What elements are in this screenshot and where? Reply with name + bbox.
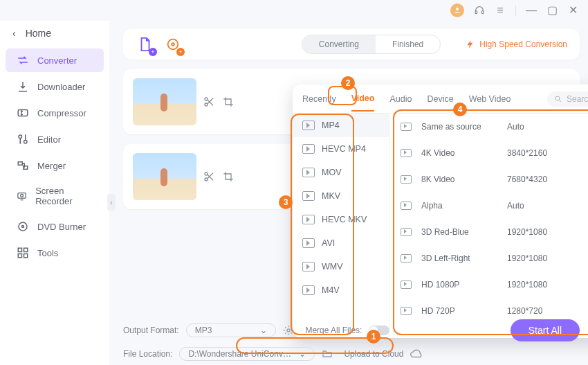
profile-name: Alpha — [421, 201, 497, 211]
format-item-hevc-mkv[interactable]: HEVC MKV — [293, 208, 389, 231]
folder-icon[interactable] — [322, 348, 333, 359]
format-item-wmv[interactable]: WMV — [293, 255, 389, 278]
support-icon[interactable] — [474, 5, 485, 16]
svg-rect-6 — [18, 162, 22, 166]
format-item-hevc-mp4[interactable]: HEVC MP4 — [293, 137, 389, 161]
panel-tab-audio[interactable]: Audio — [389, 94, 412, 104]
gear-icon[interactable] — [283, 325, 294, 336]
thumbnail[interactable] — [133, 78, 196, 125]
svg-rect-2 — [481, 11, 484, 14]
profile-resolution: 3840*2160 — [507, 148, 576, 158]
search-icon — [554, 95, 562, 103]
panel-search[interactable]: Search — [547, 91, 588, 107]
profile-resolution: 1920*1080 — [507, 280, 576, 290]
collapse-sidebar-handle[interactable]: ‹ — [107, 194, 116, 211]
thumbnail[interactable] — [133, 153, 196, 200]
crop-icon[interactable] — [223, 171, 234, 182]
close-icon[interactable]: ✕ — [567, 5, 578, 16]
sidebar-item-label: Converter — [37, 55, 77, 66]
video-format-icon — [302, 191, 315, 201]
profile-resolution: 7680*4320 — [507, 175, 576, 184]
minimize-icon[interactable]: — — [526, 5, 537, 16]
chevron-down-icon: ⌄ — [260, 326, 267, 335]
plus-icon: + — [149, 48, 157, 56]
profile-row[interactable]: Same as sourceAuto — [389, 114, 588, 140]
format-label: HEVC MKV — [322, 215, 367, 224]
profile-name: 3D Left-Right — [421, 253, 497, 263]
svg-point-10 — [19, 222, 27, 231]
cloud-icon[interactable] — [410, 348, 423, 360]
tab-converting[interactable]: Converting — [302, 35, 376, 53]
video-format-icon — [302, 168, 315, 177]
add-file-button[interactable]: + — [136, 35, 155, 54]
video-profile-icon — [401, 175, 412, 184]
maximize-icon[interactable]: ▢ — [546, 5, 558, 16]
sidebar-item-converter[interactable]: Converter — [6, 48, 104, 72]
svg-point-22 — [555, 96, 560, 100]
profile-row[interactable]: 8K Video7680*4320 — [389, 166, 588, 193]
home-nav[interactable]: ‹ Home — [0, 24, 109, 47]
profile-name: HD 1080P — [421, 280, 497, 290]
merge-label: Merge All Files: — [305, 326, 362, 335]
add-dvd-button[interactable]: + — [163, 35, 183, 54]
profile-row[interactable]: HD 1080P1920*1080 — [389, 271, 588, 298]
tab-finished[interactable]: Finished — [376, 35, 440, 53]
panel-tab-video[interactable]: Video — [351, 94, 375, 112]
sidebar-item-recorder[interactable]: Screen Recorder — [6, 180, 104, 212]
sidebar-item-label: Editor — [37, 134, 61, 145]
status-segmented[interactable]: Converting Finished — [302, 35, 441, 54]
panel-tab-device[interactable]: Device — [427, 94, 453, 104]
format-label: MKV — [322, 191, 340, 201]
panel-tab-webvideo[interactable]: Web Video — [469, 94, 511, 104]
high-speed-label: High Speed Conversion — [479, 39, 567, 49]
trim-icon[interactable] — [203, 171, 214, 182]
format-item-avi[interactable]: AVI — [293, 231, 389, 255]
file-location-select[interactable]: D:\Wondershare UniConverter 1 ⌄ — [179, 347, 315, 361]
sidebar-item-dvdburner[interactable]: DVD Burner — [6, 215, 104, 238]
user-avatar[interactable] — [450, 3, 464, 17]
video-profile-icon — [401, 307, 412, 315]
sidebar-item-downloader[interactable]: Downloader — [6, 75, 104, 98]
svg-rect-15 — [24, 254, 28, 258]
svg-point-23 — [287, 329, 290, 332]
profile-row[interactable]: AlphaAuto — [389, 193, 588, 219]
home-label: Home — [26, 28, 51, 39]
profile-name: 3D Red-Blue — [421, 227, 497, 237]
upload-cloud-label: Upload to Cloud — [344, 349, 403, 359]
panel-tab-recently[interactable]: Recently — [302, 94, 336, 104]
svg-rect-13 — [24, 248, 28, 251]
format-label: M4V — [322, 285, 340, 295]
profile-resolution: 1920*1080 — [507, 253, 576, 263]
format-item-mov[interactable]: MOV — [293, 161, 389, 184]
svg-point-5 — [24, 141, 28, 144]
trim-icon[interactable] — [203, 96, 214, 107]
chevron-down-icon: ⌄ — [299, 349, 306, 359]
converter-icon — [17, 54, 29, 66]
menu-icon[interactable]: ≡ — [495, 5, 506, 16]
format-item-mp4[interactable]: MP4 — [293, 114, 389, 137]
format-item-mkv[interactable]: MKV — [293, 184, 389, 208]
video-format-icon — [302, 215, 315, 224]
format-label: MP4 — [322, 121, 340, 130]
sidebar-item-compressor[interactable]: Compressor — [6, 101, 104, 125]
bolt-icon — [466, 39, 475, 49]
format-item-m4v[interactable]: M4V — [293, 278, 389, 302]
sidebar-item-merger[interactable]: Merger — [6, 154, 104, 177]
svg-point-21 — [205, 178, 208, 181]
svg-point-18 — [205, 98, 208, 100]
crop-icon[interactable] — [223, 96, 234, 107]
sidebar-item-label: Merger — [37, 161, 66, 171]
profile-row[interactable]: 3D Left-Right1920*1080 — [389, 245, 588, 271]
sidebar-item-tools[interactable]: Tools — [6, 241, 104, 265]
svg-rect-14 — [18, 254, 21, 258]
sidebar: ‹ Home Converter Downloader Compressor E… — [0, 21, 109, 365]
sidebar-item-editor[interactable]: Editor — [6, 127, 104, 151]
recorder-icon — [17, 190, 27, 202]
output-format-select[interactable]: MP3 ⌄ — [186, 323, 277, 337]
svg-point-9 — [21, 194, 24, 197]
profile-row[interactable]: 4K Video3840*2160 — [389, 140, 588, 166]
high-speed-toggle[interactable]: High Speed Conversion — [466, 39, 567, 49]
profile-row[interactable]: 3D Red-Blue1920*1080 — [389, 219, 588, 245]
start-all-button[interactable]: Start All — [511, 319, 580, 341]
video-profile-icon — [401, 254, 412, 262]
